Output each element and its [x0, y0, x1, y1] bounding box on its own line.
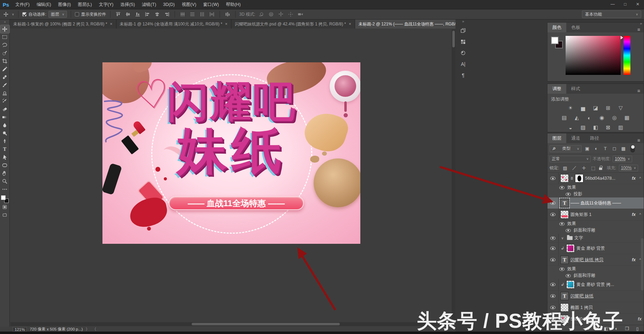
hand-tool[interactable] [0, 169, 9, 177]
menu-window[interactable]: 窗口(W) [200, 0, 222, 9]
zoom-tool[interactable] [0, 177, 9, 185]
text-layer-thumbnail[interactable]: T [560, 199, 569, 207]
path-selection-tool[interactable] [0, 153, 9, 161]
filter-adjustment-layers-icon[interactable]: ◐ [593, 145, 600, 152]
visibility-eye-icon[interactable] [549, 283, 557, 286]
layer-group-row[interactable]: ∨ 文字 [547, 234, 644, 243]
paragraph-panel-icon[interactable]: ¶ [458, 70, 468, 80]
hue-slider-icon[interactable] [621, 36, 623, 39]
layer-thumbnail[interactable] [566, 244, 575, 253]
channel-mixer-icon[interactable]: ◎ [610, 114, 619, 122]
text-layer-thumbnail[interactable]: T [560, 292, 569, 300]
menu-filter[interactable]: 滤镜(T) [138, 0, 160, 9]
layer-effect-row[interactable]: 斜面和浮雕 [547, 272, 644, 279]
tab-channels[interactable]: 通道 [566, 133, 585, 143]
3d-roll-icon[interactable] [267, 10, 275, 18]
layer-row[interactable]: T 闪耀吧 妹纸 [547, 290, 644, 302]
shape-tool[interactable] [0, 161, 9, 169]
character-panel-icon[interactable]: A| [458, 59, 468, 69]
3d-slide-icon[interactable] [287, 10, 294, 18]
fx-collapse-icon[interactable]: ^ [638, 177, 642, 180]
tab-styles[interactable]: 样式 [566, 84, 585, 94]
menu-help[interactable]: 帮助(H) [222, 0, 244, 9]
layer-name[interactable]: 椭圆 1 拷贝 [570, 305, 642, 311]
lock-position-icon[interactable]: ✛ [580, 164, 587, 171]
layer-row[interactable]: 56bd04a4378... fx [547, 313, 644, 325]
layer-row[interactable]: 8 56bd04a4378... fx ^ [547, 173, 644, 184]
clone-stamp-tool[interactable] [0, 89, 9, 97]
curves-icon[interactable]: ◪ [591, 104, 600, 112]
color-field-cursor[interactable] [566, 37, 569, 40]
add-layer-mask-icon[interactable]: ◧ [603, 325, 610, 332]
delete-layer-icon[interactable]: ▯ [634, 325, 641, 332]
layer-filter-toggle[interactable] [630, 145, 635, 153]
layer-name[interactable]: 56bd04a4378... [570, 317, 636, 321]
type-tool[interactable]: T [0, 145, 9, 153]
hue-saturation-icon[interactable]: ▤ [560, 114, 569, 122]
tab-adjustments[interactable]: 调整 [547, 84, 566, 94]
visibility-eye-icon[interactable] [549, 294, 557, 298]
lasso-tool[interactable] [0, 41, 9, 49]
document-tab-4-active[interactable]: 未标题-2 @ 121% (—— 血战11全场特惠 ——, RGB/8) *× [355, 20, 471, 29]
color-lookup-icon[interactable]: ▦ [622, 114, 631, 122]
fx-badge[interactable]: fx [638, 317, 642, 321]
dodge-tool[interactable] [0, 129, 9, 137]
foreground-background-colors[interactable] [1, 195, 9, 203]
layer-effects-row[interactable]: 效果 [547, 266, 644, 272]
invert-icon[interactable]: ◒ [566, 124, 575, 131]
visibility-eye-icon[interactable] [566, 274, 571, 278]
distribute-right-icon[interactable] [208, 10, 216, 18]
maximize-button[interactable]: □ [619, 0, 631, 9]
layer-row[interactable]: 椭圆 1 拷贝 [547, 302, 644, 313]
color-field[interactable] [566, 36, 621, 75]
visibility-eye-icon[interactable] [549, 306, 557, 309]
layer-effect-row[interactable]: 斜面和浮雕 [547, 227, 644, 234]
gradient-tool[interactable] [0, 113, 9, 121]
layer-name[interactable]: 56bd04a4378... [585, 176, 630, 181]
history-panel-icon[interactable] [458, 26, 468, 36]
tab-close-icon[interactable]: × [225, 20, 228, 29]
close-button[interactable]: ✕ [631, 0, 644, 9]
layer-effects-row[interactable]: 效果 [547, 220, 644, 227]
visibility-eye-icon[interactable] [549, 247, 557, 250]
menu-edit[interactable]: 编辑(E) [33, 0, 55, 9]
tab-close-icon[interactable]: × [349, 20, 351, 29]
fx-badge[interactable]: fx [632, 212, 636, 217]
move-tool[interactable] [0, 25, 9, 33]
layer-name[interactable]: 闪耀吧 妹纸 [570, 293, 642, 299]
canvas-vertical-scrollbar[interactable] [452, 29, 455, 322]
layer-row[interactable]: T 闪耀吧 妹纸 拷贝 fx ^ [547, 254, 644, 266]
document-tab-2[interactable]: 未标题-1 @ 124% (全场通用 满100元 减10元, RGB/8) *× [116, 20, 231, 29]
screen-mode-icon[interactable] [0, 211, 9, 219]
photo-filter-icon[interactable]: ◉ [597, 114, 606, 122]
group-name[interactable]: 文字 [574, 235, 642, 241]
tab-paths[interactable]: 路径 [585, 133, 604, 143]
filter-smart-objects-icon[interactable]: ▩ [620, 145, 627, 152]
black-white-icon[interactable]: ◐ [585, 114, 594, 122]
blur-tool[interactable] [0, 121, 9, 129]
layer-effects-row[interactable]: 效果 [547, 184, 644, 191]
distribute-vcenter-icon[interactable] [189, 10, 196, 18]
quick-selection-tool[interactable] [0, 49, 9, 57]
tab-layers[interactable]: 图层 [547, 133, 566, 143]
swatches-panel-icon[interactable] [458, 37, 468, 47]
workspace-switcher-button[interactable]: 基本功能∨ [582, 10, 641, 18]
align-hcenter-icon[interactable] [153, 10, 161, 18]
status-back-icon[interactable]: 〈 [92, 327, 97, 332]
layer-name[interactable]: 黄金 磨砂 背景 拷... [576, 282, 642, 288]
distribute-top-icon[interactable] [179, 10, 186, 18]
minimize-button[interactable]: — [606, 0, 619, 9]
layer-thumbnail[interactable] [560, 174, 569, 182]
menu-image[interactable]: 图像(I) [55, 0, 75, 9]
shape-layer-thumbnail[interactable] [560, 210, 569, 219]
foreground-color-swatch[interactable] [551, 37, 559, 44]
toolbar-expand-icon[interactable]: » [4, 20, 5, 25]
3d-camera-icon[interactable] [297, 10, 304, 18]
visibility-eye-icon[interactable] [549, 258, 557, 262]
gradient-map-icon[interactable]: ⊠ [604, 124, 613, 131]
align-top-icon[interactable] [114, 10, 122, 18]
menu-view[interactable]: 视图(V) [178, 0, 200, 9]
new-adjustment-layer-icon[interactable]: ◐ [613, 325, 620, 332]
canvas-area[interactable]: ♡ 闪耀吧 妹纸 —— 血战11全场特惠 —— [10, 29, 455, 327]
move-tool-preset-icon[interactable] [2, 10, 10, 18]
